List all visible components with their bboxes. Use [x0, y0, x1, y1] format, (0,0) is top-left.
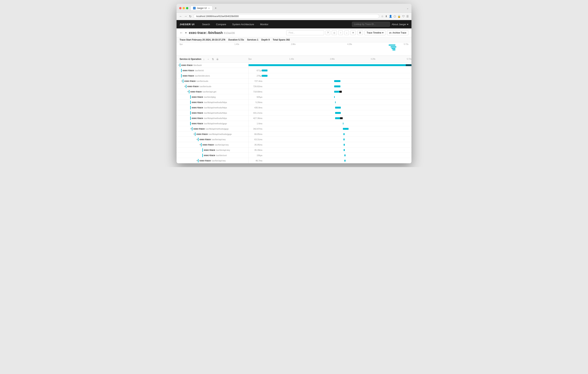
bookmark-icon[interactable]: ☆ — [381, 15, 384, 18]
span-service: exec-trace — [190, 90, 201, 93]
span-left-13: ▾exec-trace/usr/lib/apt/methods/gpgv — [177, 131, 249, 137]
header-tick-3: 4.29s — [371, 58, 375, 60]
span-row[interactable]: ▾exec-trace/usr/lib/apt/methods/gpgv66.8… — [177, 131, 411, 137]
span-row[interactable]: exec-trace/usr/bin/dpkg925μs — [177, 94, 411, 100]
span-row[interactable]: exec-trace/usr/bin/sort156μs — [177, 153, 411, 158]
span-left-4: ▾exec-trace/usr/bin/sudo — [177, 84, 249, 89]
span-service: exec-trace — [204, 154, 215, 157]
close-traffic-light[interactable] — [179, 7, 181, 9]
span-toggle-button[interactable]: ▾ — [178, 64, 180, 66]
new-tab-button[interactable]: + — [214, 6, 217, 10]
span-left-10: exec-trace/usr/lib/apt/methods/https — [177, 116, 249, 121]
archive-trace-button[interactable]: 🗃 Archive Trace — [387, 30, 409, 35]
archive-label: Archive Trace — [392, 32, 406, 34]
sort-right-button[interactable]: → — [207, 58, 210, 61]
sort-updown-button[interactable]: ⇅ — [211, 58, 214, 61]
download-icon[interactable]: ⬇ — [385, 15, 387, 18]
span-operation: /usr/bin/apt-key — [211, 138, 226, 140]
span-row[interactable]: ▾exec-trace/usr/lib/apt/methods/gpgv342.… — [177, 126, 411, 131]
span-row[interactable]: ▾exec-trace/usr/bin/apt-key46.7ms — [177, 158, 411, 163]
nav-item-system-architecture[interactable]: System Architecture — [229, 21, 257, 28]
address-bar: ← → ↻ ☆ ⬇ 👤 ⬡ 🔒 🛡 ☰ — [177, 13, 411, 20]
span-toggle-button[interactable]: ▾ — [181, 80, 183, 82]
span-row[interactable]: exec-trace/usr/bin/id671μs — [177, 68, 411, 73]
keyboard-shortcut-button[interactable]: ⌘ — [357, 31, 363, 35]
span-toggle-button[interactable]: ▾ — [184, 85, 186, 87]
span-row[interactable]: ▾exec-trace/bin/bash — [177, 63, 411, 68]
url-input[interactable] — [193, 14, 379, 19]
span-row[interactable]: exec-trace/usr/lib/apt/methods/gpgv1.6ms — [177, 121, 411, 126]
span-operation: /usr/bin/sort — [216, 154, 227, 157]
timeline-button[interactable]: Trace Timeline ▾ — [365, 30, 385, 35]
header-tick-1: 1.43s — [289, 58, 294, 60]
back-button[interactable]: ← — [179, 15, 182, 18]
trace-find-input[interactable] — [286, 30, 324, 35]
span-toggle-button[interactable]: ▾ — [193, 133, 195, 135]
back-button[interactable]: ← — [179, 31, 183, 35]
span-color-bar — [190, 95, 191, 99]
menu-icon[interactable]: ☰ — [406, 15, 409, 18]
span-row[interactable]: exec-trace/usr/lib/apt/methods/https435.… — [177, 105, 411, 110]
sort-down-button[interactable]: ↓ — [203, 58, 205, 61]
span-duration: 925μs — [250, 96, 262, 98]
span-service: exec-trace — [187, 85, 199, 88]
span-color-bar — [190, 122, 191, 125]
span-service: exec-trace — [183, 75, 194, 77]
profile-icon[interactable]: 👤 — [389, 15, 392, 18]
span-bar — [262, 70, 267, 71]
span-bar — [334, 85, 341, 87]
tab-favicon — [193, 7, 196, 10]
span-row[interactable]: ▾exec-trace/usr/bin/sudo726.82ms — [177, 84, 411, 89]
diamond-button[interactable]: ◇ — [332, 31, 337, 35]
span-row[interactable]: exec-trace/usr/bin/apt-key35.39ms — [177, 147, 411, 153]
span-left-8: exec-trace/usr/lib/apt/methods/https — [177, 105, 249, 110]
trace-start-value: February 25 2024, 20:33:37 — [192, 38, 221, 41]
span-service: exec-trace — [192, 96, 203, 98]
span-toggle-button[interactable]: ▾ — [190, 128, 192, 130]
active-tab[interactable]: Jaeger UI ✕ — [190, 6, 212, 11]
span-row[interactable]: exec-trace/usr/bin/dircolors276μs — [177, 73, 411, 78]
span-left-1: exec-trace/usr/bin/id — [177, 68, 249, 73]
extension-icon[interactable]: ⬡ — [394, 15, 396, 18]
tab-close-icon[interactable]: ✕ — [208, 7, 210, 9]
nav-item-monitor[interactable]: Monitor — [257, 21, 271, 28]
down-button[interactable]: ↓ — [344, 31, 349, 35]
spans-header-left: Service & Operation ↓ → ⇅ ⇊ — [177, 58, 249, 61]
span-bar — [335, 101, 336, 103]
security-icon[interactable]: 🔒 — [398, 15, 401, 18]
span-row[interactable]: ▾exec-trace/usr/bin/apt-get718.68ms — [177, 89, 411, 94]
shield-icon[interactable]: 🛡 — [402, 15, 405, 18]
span-operation: /usr/lib/apt/methods/gpgv — [205, 128, 229, 130]
span-row[interactable]: exec-trace/usr/lib/apt/methods/https427.… — [177, 116, 411, 121]
trace-title-caret[interactable]: ▾ — [185, 31, 187, 34]
sort-expand-button[interactable]: ⇊ — [216, 58, 219, 61]
help-button[interactable]: ? — [326, 31, 330, 35]
about-jaeger-button[interactable]: About Jaeger ▾ — [392, 23, 409, 26]
span-toggle-button[interactable]: ▾ — [199, 144, 201, 146]
traffic-lights — [179, 7, 188, 9]
span-duration: 726.82ms — [250, 85, 262, 87]
nav-item-search[interactable]: Search — [199, 21, 213, 28]
minimap-tick-1: 1.43s — [234, 43, 239, 45]
span-row[interactable]: exec-trace/usr/lib/apt/methods/https431.… — [177, 110, 411, 116]
span-row[interactable]: ▾exec-trace/usr/bin/apt-key35.95ms — [177, 142, 411, 147]
span-duration: 718.68ms — [250, 91, 262, 93]
trace-search: ? ◇ ↑ ↓ ✕ ⌘ Trace Timeline ▾ 🗃 Archive T… — [286, 30, 409, 35]
trace-depth-value: 9 — [268, 38, 270, 41]
span-operation: /bin/bash — [193, 64, 202, 66]
span-toggle-button[interactable]: ▾ — [196, 160, 198, 162]
minimize-traffic-light[interactable] — [183, 7, 185, 9]
span-color-bar — [202, 154, 203, 157]
trace-id-search-input[interactable] — [352, 22, 390, 27]
span-row[interactable]: exec-trace/usr/lib/apt/methods/https5.26… — [177, 100, 411, 105]
span-toggle-button[interactable]: ▾ — [196, 138, 198, 140]
up-button[interactable]: ↑ — [338, 31, 343, 35]
forward-button[interactable]: → — [184, 15, 187, 18]
span-row[interactable]: ▾exec-trace/usr/bin/sudo727.4ms — [177, 78, 411, 84]
nav-item-compare[interactable]: Compare — [213, 21, 229, 28]
close-search-button[interactable]: ✕ — [350, 31, 356, 35]
maximize-traffic-light[interactable] — [186, 7, 188, 9]
span-row[interactable]: ▾exec-trace/usr/bin/apt-key63.31ms — [177, 137, 411, 142]
reload-button[interactable]: ↻ — [189, 15, 191, 18]
span-toggle-button[interactable]: ▾ — [187, 91, 189, 93]
